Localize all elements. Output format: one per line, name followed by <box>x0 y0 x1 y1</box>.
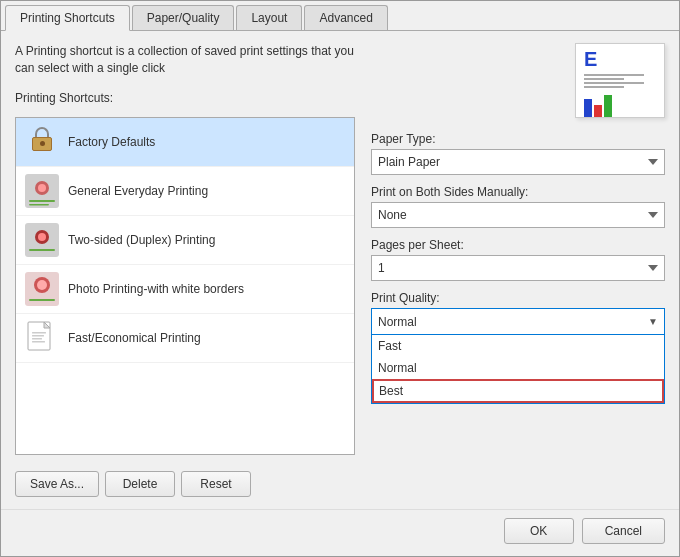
flower-icon-photo <box>24 271 60 307</box>
shortcut-label-fast: Fast/Economical Printing <box>68 331 201 345</box>
flower-icon-general <box>24 173 60 209</box>
shortcut-item-two-sided[interactable]: Two-sided (Duplex) Printing <box>16 216 354 265</box>
ok-button[interactable]: OK <box>504 518 574 544</box>
shortcut-item-factory-defaults[interactable]: Factory Defaults <box>16 118 354 167</box>
dropdown-arrow-icon: ▼ <box>648 316 658 327</box>
right-panel: E <box>371 43 665 497</box>
print-quality-input[interactable]: Normal ▼ <box>371 308 665 334</box>
dialog-ok-cancel-buttons: OK Cancel <box>504 518 665 544</box>
shortcuts-label: Printing Shortcuts: <box>15 91 355 105</box>
cancel-button[interactable]: Cancel <box>582 518 665 544</box>
print-quality-group: Print Quality: Normal ▼ Fast Normal Best <box>371 291 665 334</box>
both-sides-group: Print on Both Sides Manually: None Yes <box>371 185 665 228</box>
page-icon-fast <box>24 320 60 356</box>
svg-point-7 <box>38 233 46 241</box>
bar-blue <box>584 99 592 117</box>
shortcut-label-factory-defaults: Factory Defaults <box>68 135 155 149</box>
printer-properties-dialog: Printing Shortcuts Paper/Quality Layout … <box>0 0 680 557</box>
shortcut-action-buttons: Save As... Delete Reset <box>15 471 355 497</box>
delete-button[interactable]: Delete <box>105 471 175 497</box>
tab-bar: Printing Shortcuts Paper/Quality Layout … <box>1 1 679 31</box>
shortcut-label-duplex: Two-sided (Duplex) Printing <box>68 233 215 247</box>
dialog-bottom-bar: OK Cancel <box>1 509 679 556</box>
preview-line-3 <box>584 82 644 84</box>
document-preview: E <box>575 43 665 118</box>
main-content: A Printing shortcut is a collection of s… <box>1 31 679 509</box>
tab-printing-shortcuts[interactable]: Printing Shortcuts <box>5 5 130 31</box>
shortcut-label-general: General Everyday Printing <box>68 184 208 198</box>
paper-type-group: Paper Type: Plain Paper HP Advanced Phot… <box>371 132 665 175</box>
svg-rect-18 <box>32 341 45 343</box>
shortcut-item-photo[interactable]: Photo Printing-with white borders <box>16 265 354 314</box>
svg-rect-3 <box>29 200 55 202</box>
svg-rect-17 <box>32 338 42 340</box>
shortcuts-list[interactable]: Factory Defaults General Everyday Printi <box>15 117 355 455</box>
left-panel: A Printing shortcut is a collection of s… <box>15 43 355 497</box>
bar-red <box>594 105 602 117</box>
both-sides-label: Print on Both Sides Manually: <box>371 185 665 199</box>
print-quality-current-value: Normal <box>378 315 417 329</box>
preview-line-1 <box>584 74 644 76</box>
print-quality-option-best[interactable]: Best <box>372 379 664 403</box>
preview-bars <box>584 95 660 117</box>
paper-type-select[interactable]: Plain Paper HP Advanced Photo Paper <box>371 149 665 175</box>
svg-rect-4 <box>29 204 49 206</box>
preview-line-4 <box>584 86 624 88</box>
preview-area: E <box>371 43 665 118</box>
pages-per-sheet-label: Pages per Sheet: <box>371 238 665 252</box>
tab-layout[interactable]: Layout <box>236 5 302 30</box>
shortcut-item-fast-economical[interactable]: Fast/Economical Printing <box>16 314 354 363</box>
preview-letter: E <box>584 49 660 69</box>
svg-rect-15 <box>32 332 46 334</box>
svg-rect-8 <box>29 249 55 251</box>
print-quality-option-fast[interactable]: Fast <box>372 335 664 357</box>
save-as-button[interactable]: Save As... <box>15 471 99 497</box>
print-quality-label: Print Quality: <box>371 291 665 305</box>
reset-button[interactable]: Reset <box>181 471 251 497</box>
shortcut-item-general-everyday[interactable]: General Everyday Printing <box>16 167 354 216</box>
print-quality-options-list[interactable]: Fast Normal Best <box>371 334 665 404</box>
print-quality-option-normal[interactable]: Normal <box>372 357 664 379</box>
svg-rect-12 <box>29 299 55 301</box>
bar-green <box>604 95 612 117</box>
tab-advanced[interactable]: Advanced <box>304 5 387 30</box>
print-quality-dropdown[interactable]: Normal ▼ Fast Normal Best <box>371 308 665 334</box>
svg-point-2 <box>38 184 46 192</box>
tab-paper-quality[interactable]: Paper/Quality <box>132 5 235 30</box>
lock-icon <box>24 124 60 160</box>
paper-type-label: Paper Type: <box>371 132 665 146</box>
pages-per-sheet-group: Pages per Sheet: 1 2 4 <box>371 238 665 281</box>
svg-point-11 <box>37 280 47 290</box>
preview-line-2 <box>584 78 624 80</box>
svg-rect-16 <box>32 335 44 337</box>
pages-per-sheet-select[interactable]: 1 2 4 <box>371 255 665 281</box>
both-sides-select[interactable]: None Yes <box>371 202 665 228</box>
shortcut-label-photo: Photo Printing-with white borders <box>68 282 244 296</box>
description-text: A Printing shortcut is a collection of s… <box>15 43 355 77</box>
flower-icon-duplex <box>24 222 60 258</box>
